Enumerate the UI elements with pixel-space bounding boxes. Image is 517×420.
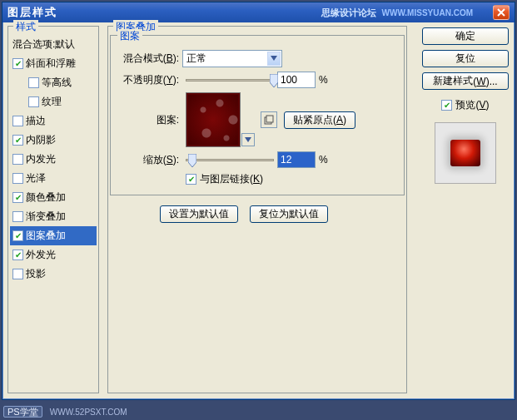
title-watermark: 思缘设计论坛 WWW.MISSYUAN.COM bbox=[321, 7, 474, 19]
sidebar-item-4[interactable]: 描边 bbox=[10, 111, 97, 131]
reset-button[interactable]: 复位 bbox=[422, 50, 509, 67]
sidebar-item-1[interactable]: 斜面和浮雕 bbox=[10, 54, 97, 73]
sidebar-item-label: 等高线 bbox=[42, 76, 72, 90]
preview-label: 预览(V) bbox=[455, 98, 489, 112]
scale-label: 缩放(S): bbox=[119, 153, 182, 167]
opacity-slider[interactable] bbox=[186, 72, 274, 87]
sidebar-item-label: 纹理 bbox=[42, 95, 62, 109]
sidebar-item-label: 图案叠加 bbox=[26, 229, 66, 243]
pattern-swatch-row: 图案: 贴紧原点(A bbox=[119, 92, 395, 147]
sidebar-item-12[interactable]: 投影 bbox=[10, 264, 97, 284]
sidebar-item-8[interactable]: 颜色叠加 bbox=[10, 188, 97, 207]
styles-sidebar: 样式 混合选项:默认斜面和浮雕等高线纹理描边内阴影内发光光泽颜色叠加渐变叠加图案… bbox=[7, 26, 99, 393]
sidebar-checkbox-11[interactable] bbox=[12, 250, 23, 260]
blend-mode-row: 混合模式(B): 正常 bbox=[119, 49, 395, 67]
preview-content bbox=[450, 140, 480, 166]
sidebar-checkbox-8[interactable] bbox=[12, 192, 23, 203]
set-default-button[interactable]: 设置为默认值 bbox=[160, 205, 238, 223]
sidebar-item-label: 外发光 bbox=[26, 248, 56, 262]
sidebar-checkbox-5[interactable] bbox=[12, 135, 23, 146]
sidebar-item-label: 描边 bbox=[26, 114, 46, 128]
sidebar-item-5[interactable]: 内阴影 bbox=[10, 131, 97, 150]
styles-legend: 样式 bbox=[13, 20, 38, 34]
sidebar-checkbox-9[interactable] bbox=[12, 211, 23, 222]
scale-input[interactable]: 12 bbox=[277, 151, 316, 168]
preview-row: 预览(V) bbox=[441, 98, 489, 112]
blend-mode-value: 正常 bbox=[186, 52, 206, 66]
link-layer-label: 与图层链接(K) bbox=[200, 172, 263, 186]
pattern-swatch[interactable] bbox=[186, 92, 241, 147]
window-title: 图层样式 bbox=[7, 5, 321, 20]
sidebar-item-6[interactable]: 内发光 bbox=[10, 150, 97, 169]
sidebar-item-label: 内阴影 bbox=[26, 133, 56, 147]
sidebar-item-0[interactable]: 混合选项:默认 bbox=[10, 35, 97, 54]
close-button[interactable] bbox=[493, 5, 510, 20]
sidebar-item-7[interactable]: 光泽 bbox=[10, 169, 97, 188]
sidebar-checkbox-3[interactable] bbox=[28, 96, 39, 107]
sidebar-item-9[interactable]: 渐变叠加 bbox=[10, 207, 97, 226]
opacity-label: 不透明度(Y): bbox=[119, 73, 182, 87]
inner-legend: 图案 bbox=[117, 29, 142, 43]
sidebar-item-label: 内发光 bbox=[26, 152, 56, 166]
new-style-button[interactable]: 新建样式(W)... bbox=[422, 72, 509, 90]
scale-row: 缩放(S): 12 % bbox=[119, 151, 395, 169]
pattern-picker-arrow[interactable] bbox=[241, 133, 255, 146]
styles-list: 混合选项:默认斜面和浮雕等高线纹理描边内阴影内发光光泽颜色叠加渐变叠加图案叠加外… bbox=[10, 35, 97, 284]
reset-default-button[interactable]: 复位为默认值 bbox=[250, 205, 328, 223]
sidebar-item-10[interactable]: 图案叠加 bbox=[10, 226, 97, 245]
sidebar-checkbox-4[interactable] bbox=[12, 116, 23, 126]
sidebar-checkbox-7[interactable] bbox=[12, 173, 23, 184]
inner-pattern-group: 图案 混合模式(B): 正常 bbox=[110, 35, 405, 195]
sidebar-item-label: 渐变叠加 bbox=[26, 210, 66, 224]
blend-mode-dropdown[interactable]: 正常 bbox=[182, 50, 282, 67]
main-panel: 图案叠加 图案 混合模式(B): 正常 bbox=[107, 26, 407, 393]
link-layer-row: 与图层链接(K) bbox=[186, 172, 395, 186]
svg-rect-1 bbox=[266, 116, 273, 122]
layer-style-dialog: 图层样式 思缘设计论坛 WWW.MISSYUAN.COM 样式 混合选项:默认斜… bbox=[2, 2, 515, 400]
sidebar-checkbox-6[interactable] bbox=[12, 154, 23, 165]
close-icon bbox=[497, 8, 505, 17]
ok-button[interactable]: 确定 bbox=[422, 27, 509, 45]
sidebar-item-3[interactable]: 纹理 bbox=[10, 92, 97, 111]
right-pane: 确定 复位 新建样式(W)... 预览(V) bbox=[421, 27, 510, 184]
sidebar-item-11[interactable]: 外发光 bbox=[10, 245, 97, 264]
footer-watermark: PS学堂 WWW.52PSXT.COM bbox=[3, 406, 127, 418]
opacity-row: 不透明度(Y): 100 % bbox=[119, 71, 395, 89]
pattern-overlay-fieldset: 图案叠加 图案 混合模式(B): 正常 bbox=[107, 26, 407, 393]
opacity-unit: % bbox=[319, 74, 328, 86]
sidebar-checkbox-2[interactable] bbox=[28, 77, 39, 88]
sidebar-checkbox-10[interactable] bbox=[12, 230, 23, 241]
snap-origin-button[interactable]: 贴紧原点(A) bbox=[284, 111, 355, 129]
opacity-input[interactable]: 100 bbox=[277, 72, 316, 88]
link-layer-checkbox[interactable] bbox=[186, 174, 196, 185]
opacity-thumb[interactable] bbox=[270, 74, 278, 87]
new-icon bbox=[264, 115, 274, 125]
sidebar-checkbox-1[interactable] bbox=[12, 58, 23, 69]
sidebar-item-2[interactable]: 等高线 bbox=[10, 73, 97, 92]
new-from-pattern-button[interactable] bbox=[261, 111, 277, 128]
blend-mode-label: 混合模式(B): bbox=[119, 52, 182, 66]
scale-unit: % bbox=[319, 154, 328, 166]
title-bar: 图层样式 思缘设计论坛 WWW.MISSYUAN.COM bbox=[2, 2, 515, 22]
sidebar-item-label: 斜面和浮雕 bbox=[26, 57, 76, 71]
sidebar-item-label: 光泽 bbox=[26, 171, 46, 185]
sidebar-checkbox-12[interactable] bbox=[12, 269, 23, 279]
default-buttons: 设置为默认值 复位为默认值 bbox=[160, 205, 405, 223]
dialog-body: 样式 混合选项:默认斜面和浮雕等高线纹理描边内阴影内发光光泽颜色叠加渐变叠加图案… bbox=[7, 26, 510, 394]
sidebar-item-label: 混合选项:默认 bbox=[12, 37, 75, 52]
sidebar-item-label: 投影 bbox=[26, 267, 46, 281]
preview-thumbnail bbox=[435, 122, 496, 184]
styles-fieldset: 样式 混合选项:默认斜面和浮雕等高线纹理描边内阴影内发光光泽颜色叠加渐变叠加图案… bbox=[7, 26, 99, 393]
preview-checkbox[interactable] bbox=[441, 100, 452, 111]
sidebar-item-label: 颜色叠加 bbox=[26, 190, 66, 205]
pattern-label: 图案: bbox=[119, 113, 182, 127]
scale-slider[interactable] bbox=[186, 152, 274, 167]
chevron-down-icon bbox=[267, 52, 281, 66]
scale-thumb[interactable] bbox=[188, 154, 196, 167]
